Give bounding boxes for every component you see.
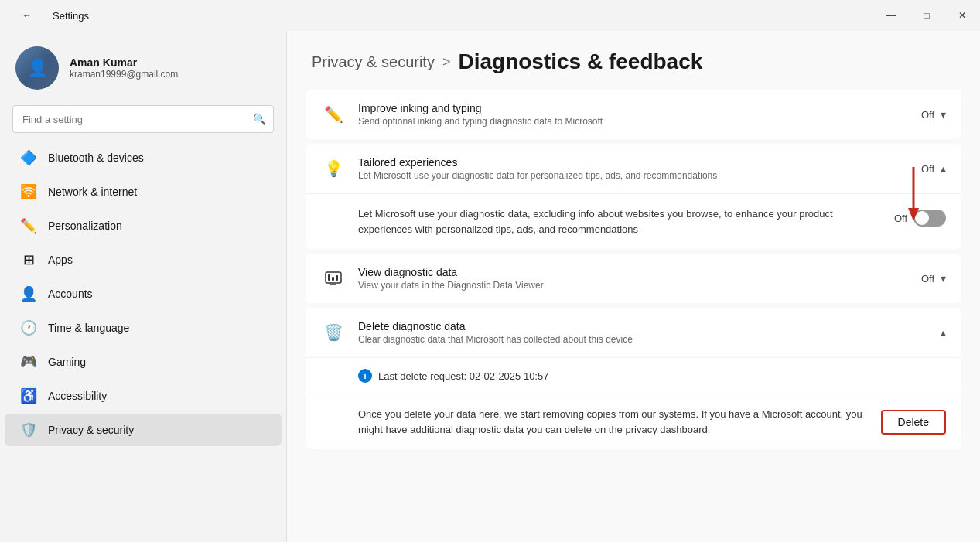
inking-status-label: Off xyxy=(921,109,934,121)
accessibility-icon: ♿ xyxy=(20,387,37,404)
user-info: Aman Kumar kraman19999@gmail.com xyxy=(70,56,178,80)
delete-diagnostic-control: ▴ xyxy=(941,326,946,339)
gaming-icon: 🎮 xyxy=(20,353,37,370)
sidebar-item-privacy[interactable]: 🛡️ Privacy & security xyxy=(5,414,282,446)
sidebar-item-label: Gaming xyxy=(48,356,86,368)
sidebar-item-accounts[interactable]: 👤 Accounts xyxy=(5,278,282,310)
red-arrow-icon xyxy=(883,163,921,225)
sidebar-item-label: Accounts xyxy=(48,288,93,300)
tailored-experiences-row[interactable]: 💡 Tailored experiences Let Microsoft use… xyxy=(306,144,961,193)
last-delete-text: Last delete request: 02-02-2025 10:57 xyxy=(378,370,548,382)
tailored-chevron-icon: ▴ xyxy=(941,162,946,175)
tailored-expanded-text: Let Microsoft use your diagnostic data, … xyxy=(358,206,879,237)
sidebar: 👤 Aman Kumar kraman19999@gmail.com 🔍 🔷 B… xyxy=(0,31,286,542)
close-button[interactable]: ✕ xyxy=(944,0,980,31)
inking-text: Improve inking and typing Send optional … xyxy=(358,102,909,127)
tailored-status-label: Off xyxy=(921,163,934,175)
delete-diagnostic-text: Delete diagnostic data Clear diagnostic … xyxy=(358,320,928,345)
delete-diagnostic-icon: 🗑️ xyxy=(321,320,346,345)
sidebar-item-gaming[interactable]: 🎮 Gaming xyxy=(5,346,282,378)
maximize-button[interactable]: □ xyxy=(909,0,944,31)
accounts-icon: 👤 xyxy=(20,285,37,302)
inking-typing-card: ✏️ Improve inking and typing Send option… xyxy=(306,90,961,139)
delete-diagnostic-title: Delete diagnostic data xyxy=(358,320,928,332)
sidebar-item-label: Personalization xyxy=(48,220,122,232)
svg-rect-5 xyxy=(336,275,338,281)
network-icon: 🛜 xyxy=(20,183,37,200)
search-input[interactable] xyxy=(12,105,274,133)
tailored-expanded: Let Microsoft use your diagnostic data, … xyxy=(306,193,961,249)
last-delete-row: i Last delete request: 02-02-2025 10:57 xyxy=(306,357,961,394)
view-diagnostic-status-label: Off xyxy=(921,273,934,285)
user-email: kraman19999@gmail.com xyxy=(70,69,178,80)
app-body: 👤 Aman Kumar kraman19999@gmail.com 🔍 🔷 B… xyxy=(0,31,980,542)
sidebar-item-label: Bluetooth & devices xyxy=(48,152,144,164)
delete-action-text: Once you delete your data here, we start… xyxy=(358,407,866,437)
settings-list: ✏️ Improve inking and typing Send option… xyxy=(287,90,980,472)
content-area: Privacy & security > Diagnostics & feedb… xyxy=(287,31,980,542)
inking-title: Improve inking and typing xyxy=(358,102,909,114)
inking-typing-row[interactable]: ✏️ Improve inking and typing Send option… xyxy=(306,90,961,139)
view-diagnostic-chevron-icon: ▾ xyxy=(941,272,946,285)
privacy-icon: 🛡️ xyxy=(20,421,37,438)
titlebar-left: ← Settings xyxy=(9,0,89,31)
delete-diagnostic-chevron-icon: ▴ xyxy=(941,326,946,339)
breadcrumb-separator: > xyxy=(442,54,451,70)
sidebar-item-label: Network & internet xyxy=(48,186,137,198)
sidebar-item-label: Privacy & security xyxy=(48,424,134,436)
inking-control: Off ▾ xyxy=(921,108,946,121)
time-icon: 🕐 xyxy=(20,319,37,336)
delete-action-row: Once you delete your data here, we start… xyxy=(306,394,961,449)
tailored-control: Off ▴ xyxy=(921,162,946,175)
inking-chevron-icon: ▾ xyxy=(941,108,946,121)
user-name: Aman Kumar xyxy=(70,56,178,69)
user-panel[interactable]: 👤 Aman Kumar kraman19999@gmail.com xyxy=(0,31,286,105)
tailored-desc: Let Microsoft use your diagnostic data f… xyxy=(358,170,909,181)
view-diagnostic-card: View diagnostic data View your data in t… xyxy=(306,254,961,303)
sidebar-item-personalization[interactable]: ✏️ Personalization xyxy=(5,210,282,242)
view-diagnostic-control: Off ▾ xyxy=(921,272,946,285)
avatar: 👤 xyxy=(15,46,59,90)
tailored-experiences-card: 💡 Tailored experiences Let Microsoft use… xyxy=(306,144,961,249)
back-button[interactable]: ← xyxy=(9,0,45,31)
titlebar-title: Settings xyxy=(53,10,89,22)
svg-rect-3 xyxy=(328,274,330,281)
minimize-button[interactable]: — xyxy=(873,0,909,31)
sidebar-item-network[interactable]: 🛜 Network & internet xyxy=(5,176,282,208)
delete-diagnostic-desc: Clear diagnostic data that Microsoft has… xyxy=(358,334,928,345)
inking-icon: ✏️ xyxy=(321,102,346,127)
svg-rect-4 xyxy=(332,277,334,281)
sidebar-item-apps[interactable]: ⊞ Apps xyxy=(5,244,282,276)
view-diagnostic-icon xyxy=(321,266,346,291)
personalization-icon: ✏️ xyxy=(20,217,37,234)
tailored-title: Tailored experiences xyxy=(358,156,909,169)
bluetooth-icon: 🔷 xyxy=(20,149,37,166)
titlebar: ← Settings — □ ✕ xyxy=(0,0,980,31)
tailored-icon: 💡 xyxy=(321,156,346,181)
view-diagnostic-desc: View your data in the Diagnostic Data Vi… xyxy=(358,280,909,291)
inking-desc: Send optional inking and typing diagnost… xyxy=(358,116,909,127)
info-icon: i xyxy=(358,369,372,383)
view-diagnostic-row[interactable]: View diagnostic data View your data in t… xyxy=(306,254,961,303)
search-box: 🔍 xyxy=(12,105,274,133)
delete-diagnostic-card: 🗑️ Delete diagnostic data Clear diagnost… xyxy=(306,308,961,449)
sidebar-item-label: Apps xyxy=(48,254,73,266)
sidebar-item-label: Time & language xyxy=(48,322,129,334)
view-diagnostic-text: View diagnostic data View your data in t… xyxy=(358,266,909,291)
avatar-image: 👤 xyxy=(15,46,59,90)
tailored-expanded-inner: Let Microsoft use your diagnostic data, … xyxy=(306,194,961,249)
breadcrumb-current: Diagnostics & feedback xyxy=(458,49,702,74)
sidebar-item-bluetooth[interactable]: 🔷 Bluetooth & devices xyxy=(5,141,282,174)
search-icon: 🔍 xyxy=(253,113,266,125)
svg-marker-1 xyxy=(908,208,919,221)
sidebar-item-accessibility[interactable]: ♿ Accessibility xyxy=(5,380,282,412)
delete-diagnostic-row[interactable]: 🗑️ Delete diagnostic data Clear diagnost… xyxy=(306,308,961,357)
delete-button[interactable]: Delete xyxy=(881,410,946,435)
sidebar-item-label: Accessibility xyxy=(48,390,107,402)
sidebar-item-time[interactable]: 🕐 Time & language xyxy=(5,312,282,344)
titlebar-controls: — □ ✕ xyxy=(873,0,980,31)
breadcrumb-parent[interactable]: Privacy & security xyxy=(312,53,435,71)
apps-icon: ⊞ xyxy=(20,251,37,268)
breadcrumb: Privacy & security > Diagnostics & feedb… xyxy=(287,31,980,90)
view-diagnostic-title: View diagnostic data xyxy=(358,266,909,278)
